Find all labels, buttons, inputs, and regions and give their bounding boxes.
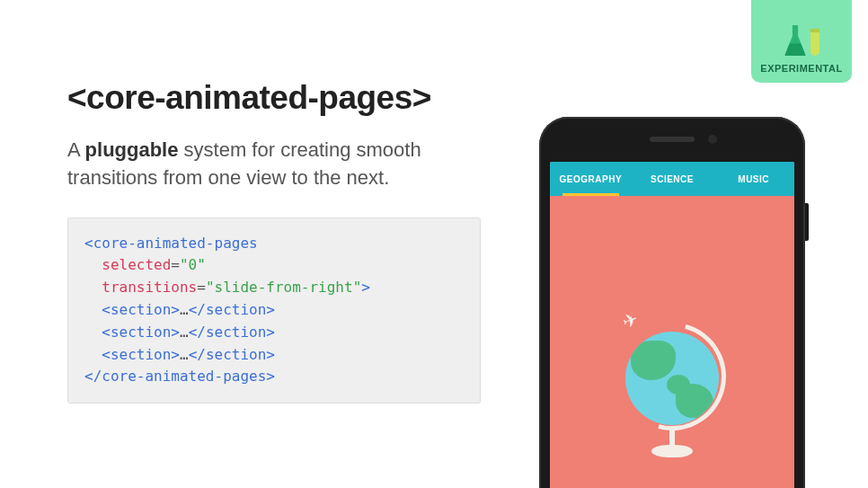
phone-mockup: GEOGRAPHY SCIENCE MUSIC ✈ (539, 117, 805, 488)
experimental-badge: EXPERIMENTAL (751, 0, 852, 83)
globe-icon: ✈ (614, 314, 731, 457)
phone-screen: GEOGRAPHY SCIENCE MUSIC ✈ (550, 162, 794, 488)
lab-icon (784, 25, 819, 56)
slide-content: <core-animated-pages> A pluggable system… (67, 79, 481, 404)
tab-geography[interactable]: GEOGRAPHY (550, 162, 632, 196)
description: A pluggable system for creating smooth t… (67, 137, 481, 192)
badge-label: EXPERIMENTAL (760, 63, 842, 74)
power-button-icon (805, 203, 809, 241)
plane-icon: ✈ (619, 308, 641, 333)
tab-bar: GEOGRAPHY SCIENCE MUSIC (550, 162, 794, 196)
tab-science[interactable]: SCIENCE (632, 162, 713, 196)
page-title: <core-animated-pages> (67, 79, 481, 117)
tab-music[interactable]: MUSIC (713, 162, 794, 196)
tab-content: ✈ (550, 196, 794, 488)
code-example: <core-animated-pages selected="0" transi… (67, 217, 481, 404)
